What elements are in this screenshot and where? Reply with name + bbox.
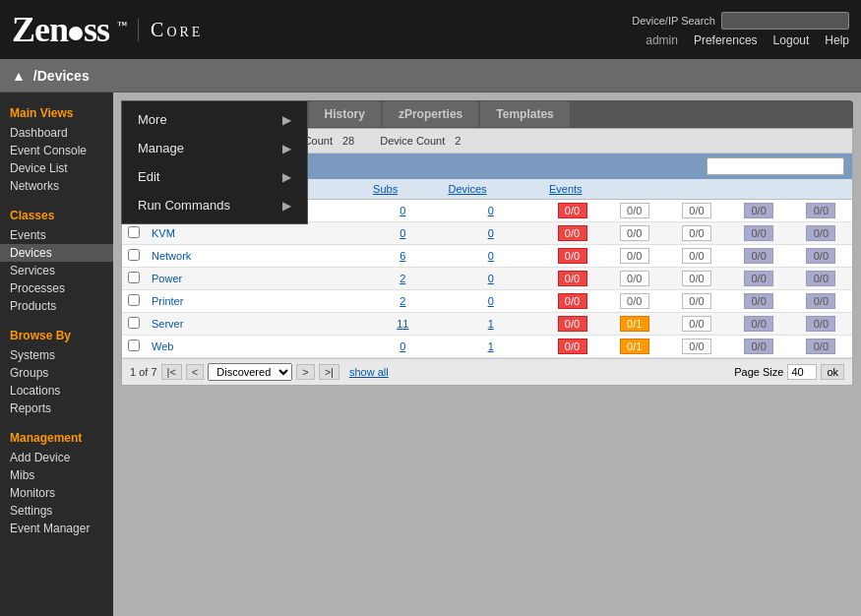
more-arrow-icon: ▶ bbox=[282, 113, 291, 127]
sidebar-item-devices[interactable]: Devices bbox=[0, 244, 113, 262]
page-size-input[interactable] bbox=[787, 364, 817, 380]
menu-item-edit[interactable]: Edit ▶ bbox=[122, 162, 307, 191]
event-cell-1: 0/1 bbox=[620, 316, 649, 332]
run-commands-arrow-icon: ▶ bbox=[282, 199, 291, 213]
preferences-link[interactable]: Preferences bbox=[694, 33, 758, 47]
event-cell-4: 0/0 bbox=[806, 225, 835, 241]
subs-count[interactable]: 11 bbox=[397, 318, 408, 330]
sidebar-item-reports[interactable]: Reports bbox=[0, 400, 113, 417]
col-devices[interactable]: Devices bbox=[440, 179, 540, 200]
sidebar-item-services[interactable]: Services bbox=[0, 262, 113, 279]
subs-count: 0 bbox=[400, 340, 405, 352]
menu-item-manage-label: Manage bbox=[138, 141, 184, 155]
sidebar-item-networks[interactable]: Networks bbox=[0, 177, 113, 195]
sidebar-item-locations[interactable]: Locations bbox=[0, 382, 113, 400]
tab-templates[interactable]: Templates bbox=[480, 101, 569, 127]
subs-count[interactable]: 2 bbox=[400, 295, 405, 307]
devices-count: 0 bbox=[488, 205, 494, 216]
event-cell-0: 0/0 bbox=[558, 248, 587, 264]
first-page-button[interactable]: |< bbox=[161, 364, 182, 380]
event-cell-0: 0/0 bbox=[558, 203, 587, 218]
row-checkbox[interactable] bbox=[128, 226, 140, 238]
filter-input[interactable] bbox=[707, 157, 844, 175]
sidebar-item-event-console[interactable]: Event Console bbox=[0, 142, 113, 159]
device-name-link[interactable]: KVM bbox=[152, 227, 175, 239]
topbar-collapse-icon[interactable]: ▲ bbox=[12, 68, 26, 84]
edit-arrow-icon: ▶ bbox=[282, 170, 291, 184]
menu-item-run-commands[interactable]: Run Commands ▶ bbox=[122, 191, 307, 219]
next-page-button[interactable]: > bbox=[296, 364, 314, 380]
prev-page-button[interactable]: < bbox=[186, 364, 204, 380]
sidebar-item-device-list[interactable]: Device List bbox=[0, 159, 113, 177]
devices-count: 0 bbox=[488, 295, 494, 307]
sidebar-item-mibs[interactable]: Mibs bbox=[0, 466, 113, 484]
event-cell-4: 0/0 bbox=[806, 316, 835, 332]
menu-item-manage[interactable]: Manage ▶ bbox=[122, 134, 307, 162]
menu-item-more[interactable]: More ▶ bbox=[122, 105, 307, 134]
sidebar-item-processes[interactable]: Processes bbox=[0, 279, 113, 297]
row-checkbox[interactable] bbox=[128, 317, 140, 329]
sidebar-item-products[interactable]: Products bbox=[0, 297, 113, 315]
device-name-link[interactable]: Power bbox=[152, 273, 182, 284]
search-input[interactable] bbox=[721, 12, 849, 30]
help-link[interactable]: Help bbox=[825, 33, 849, 47]
search-label: Device/IP Search bbox=[632, 15, 715, 27]
device-name-link[interactable]: Server bbox=[152, 318, 183, 330]
table-row: Network600/00/00/00/00/0 bbox=[122, 245, 852, 268]
device-name-link[interactable]: Printer bbox=[152, 295, 183, 307]
logout-link[interactable]: Logout bbox=[773, 33, 810, 47]
subs-count[interactable]: 2 bbox=[400, 273, 405, 284]
event-cell-2: 0/0 bbox=[682, 203, 711, 218]
event-cell-1: 0/0 bbox=[620, 225, 649, 241]
sidebar-item-monitors[interactable]: Monitors bbox=[0, 484, 113, 502]
content: ▼ Classes Events History zProperties Tem… bbox=[113, 92, 861, 616]
event-cell-3: 0/0 bbox=[744, 225, 773, 241]
header: Zenss ™ Core Device/IP Search admin Pref… bbox=[0, 0, 861, 59]
classes-title: Classes bbox=[0, 201, 113, 226]
col-events[interactable]: Events bbox=[541, 179, 852, 200]
menu-item-edit-label: Edit bbox=[138, 169, 159, 184]
devices-count: 0 bbox=[488, 227, 494, 239]
page-size-ok-button[interactable]: ok bbox=[821, 364, 844, 380]
header-right: Device/IP Search admin Preferences Logou… bbox=[632, 12, 849, 47]
event-cell-3: 0/0 bbox=[744, 339, 773, 354]
dropdown-menu: More ▶ Manage ▶ Edit ▶ Run Commands ▶ bbox=[121, 100, 308, 224]
row-checkbox[interactable] bbox=[128, 339, 140, 351]
sidebar-item-event-manager[interactable]: Event Manager bbox=[0, 520, 113, 537]
event-cell-3: 0/0 bbox=[744, 203, 773, 218]
row-checkbox[interactable] bbox=[128, 294, 140, 306]
last-page-button[interactable]: >| bbox=[319, 364, 339, 380]
event-cell-0: 0/0 bbox=[558, 339, 587, 354]
main-views-title: Main Views bbox=[0, 98, 113, 124]
menu-item-more-label: More bbox=[138, 112, 167, 127]
event-cell-4: 0/0 bbox=[806, 248, 835, 264]
sidebar-item-groups[interactable]: Groups bbox=[0, 364, 113, 382]
main-layout: Main Views Dashboard Event Console Devic… bbox=[0, 92, 861, 616]
event-cell-4: 0/0 bbox=[806, 293, 835, 309]
row-checkbox[interactable] bbox=[128, 249, 140, 261]
event-cell-1: 0/0 bbox=[620, 293, 649, 309]
event-cell-2: 0/0 bbox=[682, 271, 711, 286]
tab-zproperties[interactable]: zProperties bbox=[383, 101, 478, 127]
subs-count[interactable]: 6 bbox=[400, 250, 405, 262]
devices-count: 0 bbox=[488, 250, 494, 262]
event-cell-0: 0/0 bbox=[558, 316, 587, 332]
row-checkbox[interactable] bbox=[128, 272, 140, 283]
sidebar-item-settings[interactable]: Settings bbox=[0, 502, 113, 520]
sidebar-item-add-device[interactable]: Add Device bbox=[0, 449, 113, 466]
devices-count: 1 bbox=[488, 318, 494, 330]
sidebar-item-events[interactable]: Events bbox=[0, 226, 113, 244]
device-name-link[interactable]: Network bbox=[152, 250, 191, 262]
sidebar-item-systems[interactable]: Systems bbox=[0, 346, 113, 364]
event-cell-3: 0/0 bbox=[744, 248, 773, 264]
col-subs[interactable]: Subs bbox=[365, 179, 440, 200]
breadcrumb: /Devices bbox=[33, 68, 90, 84]
filter-select[interactable]: Discovered bbox=[208, 363, 292, 381]
event-cell-1: 0/0 bbox=[620, 271, 649, 286]
table-row: Printer200/00/00/00/00/0 bbox=[122, 290, 852, 313]
device-name-link[interactable]: Web bbox=[152, 340, 173, 352]
tab-history[interactable]: History bbox=[309, 101, 381, 127]
sidebar-item-dashboard[interactable]: Dashboard bbox=[0, 124, 113, 142]
show-all-link[interactable]: show all bbox=[349, 366, 389, 378]
event-cell-1: 0/1 bbox=[620, 339, 649, 354]
